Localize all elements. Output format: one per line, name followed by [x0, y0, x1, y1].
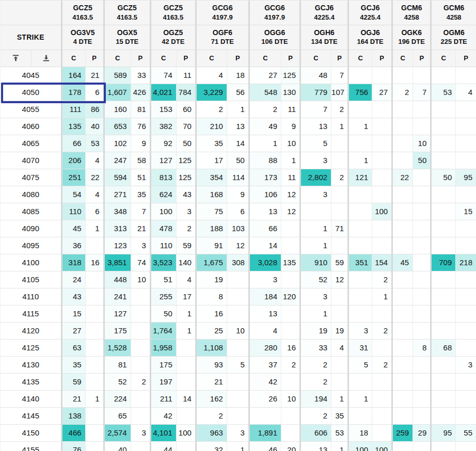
oi-cell[interactable]: [131, 288, 150, 305]
oi-cell[interactable]: 135: [281, 254, 300, 271]
oi-cell[interactable]: 37: [249, 356, 281, 373]
oi-cell[interactable]: 130: [281, 84, 300, 101]
oi-cell[interactable]: 1,528: [104, 339, 131, 356]
oi-cell[interactable]: 1,108: [196, 339, 227, 356]
oi-cell[interactable]: 5: [348, 356, 372, 373]
strike-cell[interactable]: 4065: [1, 135, 61, 152]
oi-cell[interactable]: 11: [176, 67, 196, 84]
strike-cell[interactable]: 4130: [1, 356, 61, 373]
sort-to-top-button[interactable]: [1, 50, 31, 67]
oi-cell[interactable]: [413, 373, 431, 390]
call-column-header[interactable]: C: [104, 50, 131, 67]
oi-cell[interactable]: [456, 220, 476, 237]
oi-cell[interactable]: 426: [131, 84, 150, 101]
strike-cell[interactable]: 4145: [1, 407, 61, 424]
oi-cell[interactable]: 4: [456, 84, 476, 101]
call-column-header[interactable]: C: [392, 50, 413, 67]
oi-cell[interactable]: 6: [85, 84, 104, 101]
strike-cell[interactable]: 4125: [1, 339, 61, 356]
strike-cell[interactable]: 4075: [1, 169, 61, 186]
oi-cell[interactable]: 3: [131, 237, 150, 254]
oi-cell[interactable]: 13: [300, 118, 331, 135]
oi-cell[interactable]: 351: [348, 254, 372, 271]
oi-cell[interactable]: 10: [413, 135, 431, 152]
oi-cell[interactable]: 1: [331, 441, 348, 451]
oi-cell[interactable]: 27: [372, 84, 392, 101]
oi-cell[interactable]: 308: [227, 254, 249, 271]
oi-cell[interactable]: 218: [456, 254, 476, 271]
oi-cell[interactable]: 56: [227, 84, 249, 101]
oi-cell[interactable]: [281, 373, 300, 390]
oi-cell[interactable]: 12: [331, 271, 348, 288]
oi-cell[interactable]: [331, 152, 348, 169]
oi-cell[interactable]: 8: [413, 339, 431, 356]
put-column-header[interactable]: P: [85, 50, 104, 67]
oi-cell[interactable]: 382: [150, 118, 176, 135]
oi-cell[interactable]: [281, 407, 300, 424]
oi-cell[interactable]: 120: [281, 288, 300, 305]
oi-cell[interactable]: 259: [392, 424, 413, 441]
oi-cell[interactable]: [348, 407, 372, 424]
oi-cell[interactable]: 4: [331, 339, 348, 356]
oi-cell[interactable]: 2: [331, 101, 348, 118]
oi-cell[interactable]: 50: [150, 305, 176, 322]
oi-cell[interactable]: 5: [300, 135, 331, 152]
oi-cell[interactable]: 7: [331, 67, 348, 84]
oi-cell[interactable]: [431, 407, 456, 424]
oi-cell[interactable]: [456, 305, 476, 322]
oi-cell[interactable]: [85, 373, 104, 390]
oi-cell[interactable]: 2,574: [104, 424, 131, 441]
oi-cell[interactable]: 45: [61, 220, 85, 237]
oi-cell[interactable]: 1: [227, 101, 249, 118]
call-column-header[interactable]: C: [249, 50, 281, 67]
oi-cell[interactable]: 255: [150, 288, 176, 305]
oi-cell[interactable]: [413, 441, 431, 451]
oi-cell[interactable]: [431, 152, 456, 169]
oi-cell[interactable]: 3: [249, 271, 281, 288]
oi-cell[interactable]: [392, 118, 413, 135]
oi-cell[interactable]: 548: [249, 84, 281, 101]
oi-cell[interactable]: [131, 356, 150, 373]
oi-cell[interactable]: [456, 67, 476, 84]
oi-cell[interactable]: [456, 373, 476, 390]
oi-cell[interactable]: 3: [300, 288, 331, 305]
oi-cell[interactable]: [348, 237, 372, 254]
oi-cell[interactable]: [413, 288, 431, 305]
oi-cell[interactable]: 4: [85, 186, 104, 203]
oi-cell[interactable]: 1: [300, 237, 331, 254]
oi-cell[interactable]: [131, 322, 150, 339]
oi-cell[interactable]: 22: [85, 169, 104, 186]
oi-cell[interactable]: [431, 441, 456, 451]
oi-cell[interactable]: 88: [249, 152, 281, 169]
oi-cell[interactable]: 9: [227, 186, 249, 203]
oi-cell[interactable]: [372, 152, 392, 169]
oi-cell[interactable]: 188: [196, 220, 227, 237]
oi-cell[interactable]: [348, 101, 372, 118]
oi-cell[interactable]: 1,958: [150, 339, 176, 356]
oi-cell[interactable]: 1: [249, 135, 281, 152]
oi-cell[interactable]: 16: [196, 305, 227, 322]
strike-cell[interactable]: 4095: [1, 237, 61, 254]
oi-cell[interactable]: 154: [372, 254, 392, 271]
oi-cell[interactable]: 2: [372, 356, 392, 373]
oi-cell[interactable]: 11: [281, 101, 300, 118]
oi-cell[interactable]: [456, 152, 476, 169]
oi-cell[interactable]: [249, 407, 281, 424]
oi-cell[interactable]: 12: [281, 186, 300, 203]
oi-cell[interactable]: 33: [131, 67, 150, 84]
oi-cell[interactable]: 100: [348, 441, 372, 451]
oi-cell[interactable]: [456, 237, 476, 254]
oi-cell[interactable]: 111: [61, 101, 85, 118]
call-column-header[interactable]: C: [431, 50, 456, 67]
sort-to-bottom-button[interactable]: [31, 50, 61, 67]
oi-cell[interactable]: 53: [85, 135, 104, 152]
oi-cell[interactable]: 4,101: [150, 424, 176, 441]
oi-cell[interactable]: 27: [249, 67, 281, 84]
oi-cell[interactable]: [392, 220, 413, 237]
oi-cell[interactable]: [227, 373, 249, 390]
oi-cell[interactable]: 60: [176, 101, 196, 118]
oi-cell[interactable]: 1: [348, 390, 372, 407]
oi-cell[interactable]: 21: [85, 67, 104, 84]
oi-cell[interactable]: 1,764: [150, 322, 176, 339]
strike-cell[interactable]: 4100: [1, 254, 61, 271]
